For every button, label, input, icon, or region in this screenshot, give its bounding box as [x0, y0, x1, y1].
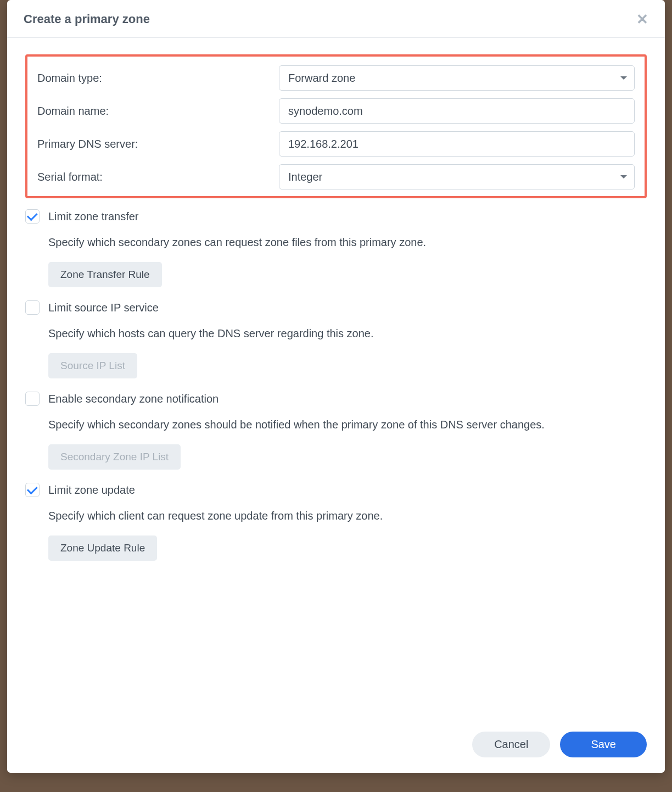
source-ip-list-button: Source IP List: [48, 353, 137, 378]
desc-limit-source-ip: Specify which hosts can query the DNS se…: [48, 325, 647, 342]
section-secondary-notification: Enable secondary zone notification Speci…: [25, 392, 647, 470]
select-serial-format[interactable]: Integer: [279, 164, 635, 189]
label-primary-dns: Primary DNS server:: [37, 138, 279, 150]
label-secondary-notification: Enable secondary zone notification: [48, 393, 219, 405]
select-domain-type[interactable]: Forward zone: [279, 65, 635, 91]
label-domain-name: Domain name:: [37, 105, 279, 118]
checkbox-limit-update[interactable]: [25, 483, 40, 497]
save-button[interactable]: Save: [560, 732, 647, 757]
close-icon[interactable]: ✕: [636, 12, 648, 26]
dialog-title: Create a primary zone: [24, 12, 150, 26]
label-serial-format: Serial format:: [37, 171, 279, 183]
zone-transfer-rule-button[interactable]: Zone Transfer Rule: [48, 262, 162, 287]
label-limit-source-ip: Limit source IP service: [48, 302, 159, 314]
section-limit-transfer: Limit zone transfer Specify which second…: [25, 209, 647, 287]
dialog-footer: Cancel Save: [7, 720, 665, 773]
highlighted-fields-box: Domain type: Forward zone Domain name: P…: [25, 54, 647, 198]
desc-limit-update: Specify which client can request zone up…: [48, 507, 647, 525]
desc-secondary-notification: Specify which secondary zones should be …: [48, 416, 647, 433]
checkbox-limit-source-ip[interactable]: [25, 300, 40, 315]
zone-update-rule-button[interactable]: Zone Update Rule: [48, 536, 157, 561]
checkbox-limit-transfer[interactable]: [25, 209, 40, 224]
input-domain-name[interactable]: [279, 98, 635, 124]
section-limit-source-ip: Limit source IP service Specify which ho…: [25, 300, 647, 378]
row-domain-name: Domain name:: [37, 98, 635, 124]
row-primary-dns: Primary DNS server:: [37, 131, 635, 157]
cancel-button[interactable]: Cancel: [472, 732, 550, 757]
label-domain-type: Domain type:: [37, 72, 279, 85]
create-primary-zone-dialog: Create a primary zone ✕ Domain type: For…: [7, 0, 665, 773]
desc-limit-transfer: Specify which secondary zones can reques…: [48, 233, 647, 251]
row-serial-format: Serial format: Integer: [37, 164, 635, 189]
row-domain-type: Domain type: Forward zone: [37, 65, 635, 91]
label-limit-transfer: Limit zone transfer: [48, 210, 139, 223]
dialog-body: Domain type: Forward zone Domain name: P…: [7, 38, 665, 720]
select-domain-type-value: Forward zone: [279, 65, 635, 91]
checkbox-secondary-notification[interactable]: [25, 392, 40, 406]
section-limit-update: Limit zone update Specify which client c…: [25, 483, 647, 561]
select-serial-format-value: Integer: [279, 164, 635, 189]
dialog-header: Create a primary zone ✕: [7, 0, 665, 38]
secondary-zone-ip-list-button: Secondary Zone IP List: [48, 444, 181, 470]
label-limit-update: Limit zone update: [48, 484, 135, 497]
input-primary-dns[interactable]: [279, 131, 635, 157]
